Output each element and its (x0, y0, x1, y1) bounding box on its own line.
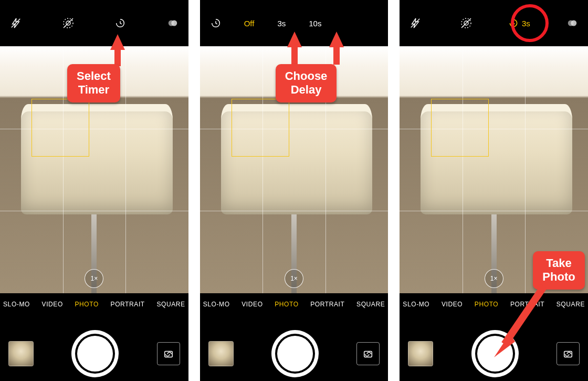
annotation-arrow (287, 32, 302, 47)
annotation-highlight-circle (511, 4, 549, 42)
mode-slomo[interactable]: SLO-MO (3, 301, 30, 308)
mode-square[interactable]: SQUARE (156, 301, 185, 308)
focus-box (431, 99, 489, 157)
svg-point-5 (171, 20, 177, 26)
zoom-button[interactable]: 1× (285, 269, 303, 288)
annotation-arrow (291, 47, 298, 65)
camera-top-bar (0, 0, 188, 46)
timer-icon[interactable] (204, 12, 227, 35)
camera-bottom-bar: SLO-MO VIDEO PHOTO PORTRAIT SQUARE (0, 293, 188, 381)
mode-video[interactable]: VIDEO (42, 301, 63, 308)
flash-icon[interactable] (404, 12, 427, 35)
svg-point-13 (571, 20, 576, 26)
live-photo-icon[interactable] (455, 12, 478, 35)
mode-square[interactable]: SQUARE (356, 301, 385, 308)
timer-option-3s[interactable]: 3s (276, 17, 287, 30)
mode-video[interactable]: VIDEO (242, 301, 262, 308)
annotation-arrow (333, 47, 340, 65)
shutter-button[interactable] (275, 334, 315, 374)
camera-screen-step2: Off 3s 10s 1× SLO-MO VIDEO PHOTO PORTRAI… (200, 0, 388, 381)
mode-slomo[interactable]: SLO-MO (403, 301, 429, 308)
camera-screen-step3: 3s 1× SLO-MO VIDEO (400, 0, 588, 381)
annotation-arrow (110, 34, 125, 50)
last-photo-thumbnail[interactable] (208, 341, 234, 366)
flash-icon[interactable] (4, 12, 27, 35)
last-photo-thumbnail[interactable] (408, 341, 433, 366)
filters-icon[interactable] (561, 12, 584, 35)
mode-video[interactable]: VIDEO (442, 301, 463, 308)
mode-photo[interactable]: PHOTO (75, 301, 98, 308)
timer-option-off[interactable]: Off (243, 17, 256, 30)
filters-icon[interactable] (161, 12, 184, 35)
svg-marker-16 (494, 334, 515, 357)
timer-option-row: Off 3s 10s (243, 17, 323, 30)
mode-strip[interactable]: SLO-MO VIDEO PHOTO PORTRAIT SQUARE (200, 301, 388, 308)
mode-photo[interactable]: PHOTO (275, 301, 298, 308)
switch-camera-button[interactable] (556, 342, 580, 365)
camera-screen-step1: 1× SLO-MO VIDEO PHOTO PORTRAIT SQUARE (0, 0, 188, 381)
mode-portrait[interactable]: PORTRAIT (111, 301, 145, 308)
annotation-arrow (494, 284, 552, 357)
camera-bottom-bar: SLO-MO VIDEO PHOTO PORTRAIT SQUARE (200, 293, 388, 381)
last-photo-thumbnail[interactable] (8, 341, 34, 366)
switch-camera-button[interactable] (356, 342, 380, 365)
focus-box (232, 99, 289, 157)
timer-option-10s[interactable]: 10s (308, 17, 322, 30)
annotation-callout-select-timer: Select Timer (67, 64, 120, 102)
annotation-callout-choose-delay: Choose Delay (276, 64, 337, 102)
switch-camera-button[interactable] (157, 342, 180, 365)
shutter-button[interactable] (75, 334, 115, 374)
zoom-button[interactable]: 1× (85, 269, 103, 288)
mode-portrait[interactable]: PORTRAIT (310, 301, 344, 308)
mode-slomo[interactable]: SLO-MO (203, 301, 230, 308)
annotation-arrow (329, 32, 344, 47)
mode-square[interactable]: SQUARE (556, 301, 585, 308)
focus-box (32, 99, 89, 157)
live-photo-icon[interactable] (57, 12, 80, 35)
timer-icon[interactable] (109, 12, 132, 35)
mode-strip[interactable]: SLO-MO VIDEO PHOTO PORTRAIT SQUARE (0, 301, 188, 308)
camera-top-bar: 3s (400, 0, 588, 46)
